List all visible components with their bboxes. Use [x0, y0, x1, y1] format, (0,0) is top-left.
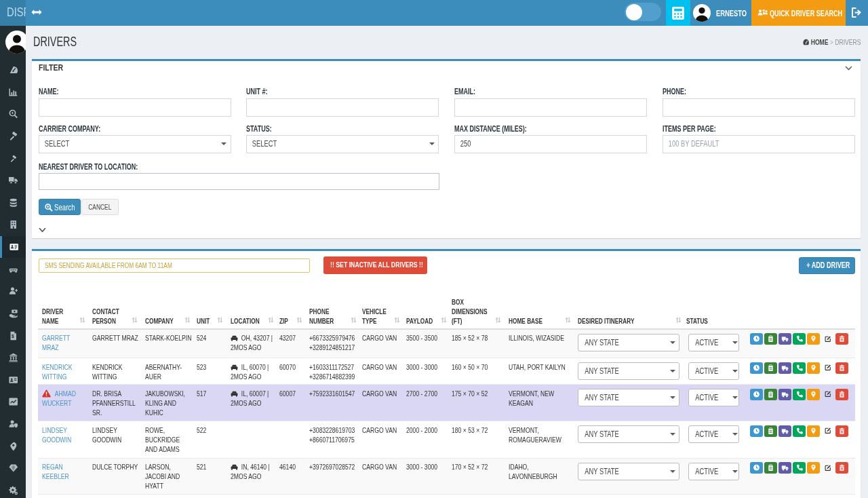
- svg-text:$: $: [12, 334, 14, 339]
